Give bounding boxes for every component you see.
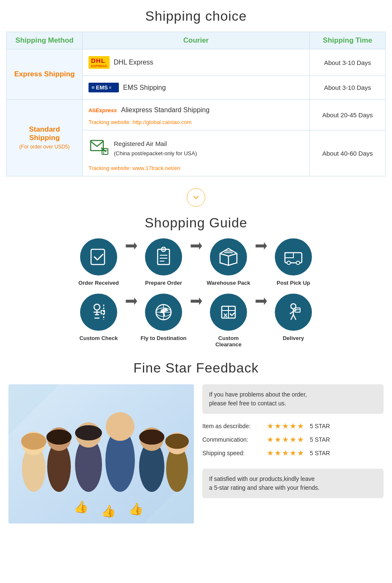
warehouse-pack-icon [210,238,247,275]
shopping-guide-section: Shopping Guide Order Received [0,211,392,356]
custom-check-icon [80,294,117,331]
chevron-separator [0,181,392,211]
reg-time: About 40-60 Days [310,130,386,176]
header-method: Shipping Method [7,32,83,49]
svg-point-71 [165,434,189,449]
svg-point-68 [139,429,164,445]
arrow-4 [122,294,140,324]
arrow-2 [187,238,205,269]
step-post-pickup: Post Pick Up [270,238,317,286]
svg-point-60 [46,429,72,445]
svg-rect-23 [285,253,293,258]
svg-rect-4 [91,249,105,265]
star-1: ★ [267,435,274,444]
stars-item: ★ ★ ★ ★ ★ [267,421,304,431]
star-2: ★ [274,421,281,431]
svg-point-22 [297,262,299,264]
header-courier: Courier [83,32,310,49]
shipping-title: Shipping choice [6,8,386,24]
svg-text:👍: 👍 [74,500,89,514]
reg-name: Registered Air Mail (China post/epacket-… [114,139,197,158]
star-1: ★ [267,448,274,458]
svg-point-63 [75,425,102,440]
rating-label-item: Item as describde: [202,423,263,429]
svg-line-48 [291,315,293,320]
fly-destination-label: Fly to Destination [140,335,186,341]
guide-row-2: Custom Check Fly to Destination [8,294,384,348]
ems-time: About 3-10 Days [310,76,386,100]
rating-row-item: Item as describde: ★ ★ ★ ★ ★ 5 STAR [202,421,384,431]
ems-name: EMS Shipping [123,84,166,92]
guide-title: Shopping Guide [8,215,384,231]
reg-tracking: Tracking website: www.17track.net/en [89,165,180,171]
reg-courier-cell: Registered Air Mail (China post/epacket-… [83,130,310,176]
ali-logo: AliExpress [89,107,117,113]
star-5: ★ [297,435,304,444]
step-delivery: Delivery [270,294,317,341]
table-row: Express Shipping DHL EXPRESS DHL Express… [7,49,386,76]
stars-comm: ★ ★ ★ ★ ★ [267,435,304,444]
table-row: Standard Shipping (For order over USD5) … [7,100,386,130]
order-received-icon [80,238,117,275]
header-time: Shipping Time [310,32,386,49]
star-3: ★ [282,448,289,458]
rating-value-ship: 5 STAR [310,450,330,456]
rating-table: Item as describde: ★ ★ ★ ★ ★ 5 STAR Conm… [202,421,384,462]
dhl-logo: DHL EXPRESS [89,56,110,69]
svg-point-8 [163,248,164,250]
star-1: ★ [267,421,274,431]
fly-destination-icon [145,294,182,331]
svg-point-25 [94,304,100,310]
svg-marker-5 [126,242,137,250]
star-2: ★ [274,448,281,458]
order-received-label: Order Received [78,280,119,286]
svg-point-57 [21,433,46,450]
arrow-6 [252,294,270,324]
feedback-photo: 👍 👍 👍 [8,384,194,524]
shipping-choice-section: Shipping choice Shipping Method Courier … [0,0,392,181]
ali-tracking: Tracking website: http://global.cainiao.… [89,119,191,125]
rating-row-ship: Shipping speed: ★ ★ ★ ★ ★ 5 STAR [202,448,384,458]
prepare-order-label: Prepare Order [145,280,182,286]
feedback-content: 👍 👍 👍 If you have problems about the ord… [8,384,384,524]
star-4: ★ [290,435,296,444]
delivery-label: Delivery [283,335,304,341]
rating-row-comm: Conmmunication: ★ ★ ★ ★ ★ 5 STAR [202,435,384,444]
guide-row-1: Order Received Prepare Order [8,238,384,286]
svg-text:👍: 👍 [129,502,143,516]
feedback-bubble-bottom: If satisfied with our products,kindly le… [202,469,384,498]
svg-marker-43 [255,297,267,305]
svg-text:👍: 👍 [101,504,116,518]
star-3: ★ [282,421,289,431]
ali-name: Aliexpress Standard Shipping [121,106,209,114]
step-fly-destination: Fly to Destination [140,294,187,341]
chevron-circle [187,188,205,207]
rating-value-comm: 5 STAR [310,436,330,443]
svg-rect-0 [91,140,103,151]
rating-label-comm: Conmmunication: [202,436,263,443]
dhl-courier-cell: DHL EXPRESS DHL Express [83,49,310,76]
express-shipping-cell: Express Shipping [7,49,83,100]
star-3: ★ [282,435,289,444]
feedback-bubble-top: If you have problems about the order,ple… [202,384,384,414]
star-4: ★ [290,421,296,431]
step-prepare-order: Prepare Order [140,238,187,286]
star-2: ★ [274,435,281,444]
svg-point-65 [106,412,134,441]
feedback-title: Fine Star Feedback [8,360,384,376]
star-5: ★ [297,421,304,431]
step-custom-check: Custom Check [75,294,122,341]
custom-clearance-label: Custom Clearance [205,335,252,348]
arrow-1 [122,238,140,269]
reg-mail-icon [89,137,110,160]
svg-point-20 [287,262,290,264]
step-order-received: Order Received [75,238,122,286]
svg-marker-32 [126,297,137,305]
step-custom-clearance: Custom Clearance [205,294,252,348]
custom-check-label: Custom Check [79,335,118,341]
custom-clearance-icon [210,294,247,331]
rating-label-ship: Shipping speed: [202,450,263,456]
ali-time: About 20-45 Days [310,100,386,130]
svg-marker-12 [191,242,202,250]
star-5: ★ [297,448,304,458]
